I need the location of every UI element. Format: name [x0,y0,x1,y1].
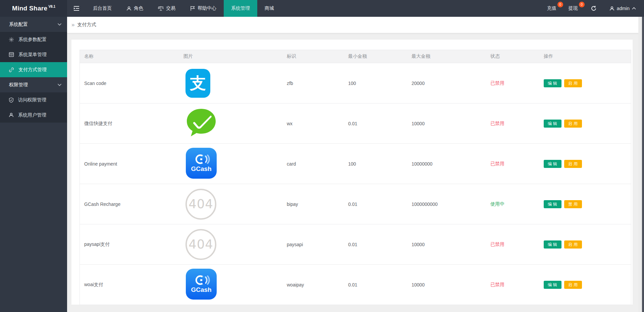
topbar-nav-item-5[interactable]: 系统管理 [224,0,257,17]
edit-button[interactable]: 编辑 [544,281,561,289]
topbar-nav-item-3[interactable]: 交易 [151,0,183,17]
sidebar-group-1[interactable]: 系统配置 [0,17,67,32]
refresh-icon[interactable] [584,0,603,17]
edit-button[interactable]: 编辑 [544,120,561,128]
sidebar-item-2-1[interactable]: 访问权限管理 [0,92,67,107]
toggle-status-button[interactable]: 禁用 [564,200,582,208]
edit-button[interactable]: 编辑 [544,160,561,168]
username: admin [617,6,630,11]
toggle-status-button[interactable]: 启用 [564,240,582,249]
sidebar-group-2[interactable]: 权限管理 [0,77,67,92]
sidebar-item-label: 系统参数配置 [18,37,47,43]
sidebar-item-label: 系统用户管理 [18,112,46,118]
app-version: V8.1 [48,5,55,8]
toggle-status-button[interactable]: 启用 [564,281,582,289]
withdraw-button[interactable]: 提现 0 [562,0,584,17]
topbar-right: 充值 0 提现 0 admin [541,0,644,17]
user-menu[interactable]: admin [603,0,639,17]
recharge-label: 充值 [547,5,556,11]
link-icon [9,67,14,73]
user-icon [126,6,131,11]
column-header-6: 状态 [486,53,539,59]
payment-code: wx [282,121,344,126]
sidebar-item-2-2[interactable]: 系统用户管理 [0,107,67,123]
status-cell: 已禁用 [486,282,539,288]
min-amount: 0.01 [344,121,407,126]
status-cell: 已禁用 [486,161,539,167]
topbar-nav-item-6[interactable]: 商城 [257,0,281,17]
status-cell: 使用中 [486,201,539,207]
payment-image-cell: 404 [179,229,282,260]
column-header-5: 最大金额 [407,53,486,59]
sidebar-group-label: 系统配置 [9,21,57,28]
breadcrumb: » 支付方式 [67,17,644,33]
payment-methods-table: 名称图片标识最小金额最大金额状态操作 Scan code支zfb10020000… [79,50,631,305]
status-cell: 已禁用 [486,80,539,86]
sidebar: 系统配置系统参数配置系统菜单管理支付方式管理权限管理访问权限管理系统用户管理 [0,17,67,312]
min-amount: 100 [344,161,407,167]
payment-image-cell: 支 [179,69,282,98]
toggle-status-button[interactable]: 启用 [564,120,582,128]
withdraw-label: 提现 [569,5,578,11]
user-icon [9,113,14,118]
payment-image-cell: GCash [179,268,282,301]
table-header-row: 名称图片标识最小金额最大金额状态操作 [80,50,631,63]
payment-code: bipay [282,202,344,207]
payment-code: paysapi [282,242,344,247]
vertical-scrollbar-thumb[interactable] [642,17,644,312]
status-badge: 已禁用 [490,80,504,86]
max-amount: 10000 [407,121,486,126]
payment-image-cell: GCash [179,147,282,180]
min-amount: 0.01 [344,202,407,207]
topbar-nav-item-2[interactable]: 角色 [119,0,151,17]
breadcrumb-chevrons-icon: » [71,21,74,28]
payment-code: zfb [282,81,344,86]
collapse-menu-icon[interactable] [67,0,86,17]
sidebar-item-1-3[interactable]: 支付方式管理 [0,62,67,77]
actions-cell: 编辑启用 [539,160,631,168]
recharge-button[interactable]: 充值 0 [541,0,562,17]
min-amount: 100 [344,81,407,86]
table-row: 微信快捷支付wx0.0110000已禁用编辑启用 [80,103,631,144]
chevron-down-icon [57,83,62,86]
edit-button[interactable]: 编辑 [544,200,561,208]
topbar-nav-item-4[interactable]: 帮助中心 [183,0,224,17]
sidebar-item-label: 系统菜单管理 [18,52,47,58]
actions-cell: 编辑启用 [539,240,631,249]
column-header-7: 操作 [539,53,631,59]
topbar: Mind Share V8.1 后台首页角色交易帮助中心系统管理商城 充值 0 … [0,0,644,17]
table-row: paysapi支付404paysapi0.0110000已禁用编辑启用 [80,224,631,265]
payment-code: card [282,161,344,167]
payment-image-cell: 404 [179,189,282,220]
sidebar-item-label: 支付方式管理 [18,67,47,73]
toggle-status-button[interactable]: 启用 [564,160,582,168]
topbar-nav: 后台首页角色交易帮助中心系统管理商城 [86,0,281,17]
table-row: GCash Recharge404bipay0.011000000000使用中编… [80,184,631,224]
actions-cell: 编辑启用 [539,79,631,87]
max-amount: 20000 [407,81,486,86]
status-badge: 已禁用 [490,282,504,287]
toggle-status-button[interactable]: 启用 [564,79,582,87]
alipay-logo: 支 [185,69,282,98]
sidebar-item-1-2[interactable]: 系统菜单管理 [0,47,67,62]
table-row: woai支付GCashwoaipay0.0110000已禁用编辑启用 [80,265,631,305]
edit-button[interactable]: 编辑 [544,79,561,87]
status-cell: 已禁用 [486,121,539,127]
svg-text:GCash: GCash [191,286,211,293]
sidebar-item-1-1[interactable]: 系统参数配置 [0,32,67,47]
topbar-nav-item-1[interactable]: 后台首页 [86,0,119,17]
actions-cell: 编辑启用 [539,120,631,128]
gcash-logo: GCash [185,147,282,180]
payment-name: Scan code [80,81,179,86]
topbar-nav-label: 系统管理 [231,5,250,11]
edit-button[interactable]: 编辑 [544,240,561,249]
gcash-logo: GCash [185,268,282,301]
topbar-nav-label: 后台首页 [93,5,112,11]
image-404-placeholder: 404 [185,229,282,260]
payment-name: Online payment [80,161,179,167]
max-amount: 10000 [407,242,486,247]
wechat-pay-logo [185,107,282,139]
column-header-1: 名称 [80,53,179,59]
sidebar-item-label: 访问权限管理 [18,97,46,103]
user-icon [609,6,614,11]
